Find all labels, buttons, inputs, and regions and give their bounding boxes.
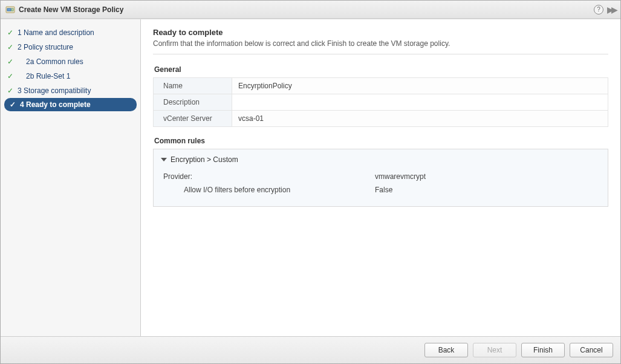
rules-group-label: Encryption > Custom	[171, 155, 238, 164]
check-icon: ✓	[8, 100, 18, 109]
common-rules-title: Common rules	[154, 137, 608, 145]
wizard-step[interactable]: ✓4 Ready to complete	[4, 98, 137, 111]
table-key: vCenter Server	[154, 111, 232, 127]
window-title: Create New VM Storage Policy	[19, 5, 594, 14]
wizard-step-label: 3 Storage compatibility	[18, 86, 91, 95]
wizard-step-label: 2a Common rules	[18, 57, 83, 66]
setting-label: Allow I/O filters before encryption	[163, 186, 375, 194]
wizard-step-label: 2 Policy structure	[18, 43, 73, 51]
check-icon: ✓	[5, 43, 15, 51]
setting-row: Allow I/O filters before encryption Fals…	[161, 183, 600, 197]
setting-value: False	[375, 186, 392, 194]
wizard-step[interactable]: ✓2 Policy structure	[1, 40, 140, 54]
general-table: NameEncyrptionPolicyDescriptionvCenter S…	[153, 77, 608, 127]
check-icon: ✓	[5, 72, 15, 80]
rules-group-header[interactable]: Encryption > Custom	[161, 155, 600, 164]
titlebar: Create New VM Storage Policy ? ▶▶	[1, 1, 620, 19]
table-value: vcsa-01	[232, 111, 608, 127]
wizard-step[interactable]: ✓3 Storage compatibility	[1, 83, 140, 98]
dialog-body: ✓1 Name and description✓2 Policy structu…	[1, 19, 620, 337]
wizard-step[interactable]: ✓2b Rule-Set 1	[1, 69, 140, 83]
back-button[interactable]: Back	[424, 343, 468, 357]
table-key: Name	[154, 78, 232, 94]
dialog: Create New VM Storage Policy ? ▶▶ ✓1 Nam…	[0, 0, 621, 364]
page-subtitle: Confirm that the information below is co…	[153, 39, 608, 48]
common-rules-box: Encryption > Custom Provider: vmwarevmcr…	[153, 149, 608, 207]
table-value: EncyrptionPolicy	[232, 78, 608, 94]
cancel-button[interactable]: Cancel	[570, 343, 613, 357]
table-row: Description	[154, 94, 608, 111]
check-icon: ✓	[5, 86, 15, 95]
table-value	[232, 94, 608, 111]
wizard-step-label: 2b Rule-Set 1	[18, 72, 70, 80]
next-button[interactable]: Next	[473, 343, 516, 357]
provider-row: Provider: vmwarevmcrypt	[161, 170, 600, 183]
divider	[153, 54, 608, 54]
content-pane: Ready to complete Confirm that the infor…	[141, 19, 620, 336]
dialog-footer: Back Next Finish Cancel	[1, 337, 620, 363]
provider-value: vmwarevmcrypt	[375, 172, 426, 181]
wizard-step[interactable]: ✓1 Name and description	[1, 25, 140, 40]
wizard-sidebar: ✓1 Name and description✓2 Policy structu…	[1, 19, 141, 336]
wizard-step[interactable]: ✓2a Common rules	[1, 54, 140, 69]
help-icon[interactable]: ?	[594, 5, 603, 15]
provider-label: Provider:	[163, 172, 375, 181]
general-section-title: General	[154, 65, 608, 74]
table-row: vCenter Servervcsa-01	[154, 111, 608, 127]
check-icon: ✓	[5, 28, 15, 37]
collapse-icon	[161, 158, 167, 161]
page-heading: Ready to complete	[153, 28, 608, 37]
wizard-step-label: 4 Ready to complete	[20, 100, 91, 109]
finish-button[interactable]: Finish	[521, 343, 565, 357]
wizard-step-label: 1 Name and description	[18, 28, 94, 37]
storage-policy-icon	[5, 5, 15, 15]
table-key: Description	[154, 94, 232, 111]
svg-rect-2	[11, 8, 13, 11]
expand-icon[interactable]: ▶▶	[607, 5, 616, 15]
svg-rect-1	[7, 8, 11, 11]
check-icon: ✓	[5, 57, 15, 66]
table-row: NameEncyrptionPolicy	[154, 78, 608, 94]
